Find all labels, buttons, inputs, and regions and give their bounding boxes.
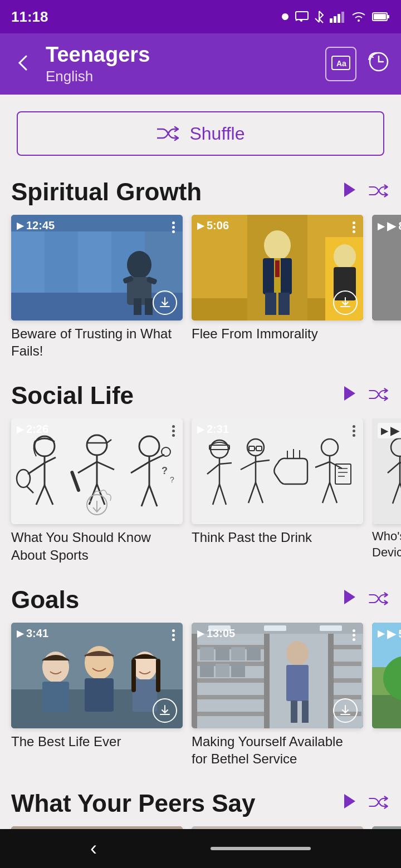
svg-rect-112 [42,682,69,712]
svg-text:?: ? [170,475,174,484]
more-button-social-1[interactable] [170,423,177,439]
screen-cast-icon [295,11,309,22]
more-button-social-2[interactable] [350,423,358,439]
bluetooth-icon [314,10,324,23]
download-spiritual-2[interactable] [333,290,358,315]
svg-text:?: ? [162,465,168,476]
download-goals-1[interactable] [153,698,177,723]
more-button-spiritual-2[interactable] [350,219,358,235]
svg-rect-133 [231,647,245,660]
svg-marker-108 [344,590,355,604]
play-section-spiritual[interactable] [340,180,359,204]
section-header-goals: Goals [0,586,401,623]
section-title-goals: Goals [11,586,79,614]
svg-text:Aa: Aa [336,59,346,68]
play-section-goals[interactable] [340,588,359,611]
back-button[interactable] [11,49,35,80]
svg-rect-34 [275,260,280,277]
shuffle-section-spiritual[interactable] [368,180,390,204]
svg-rect-136 [216,664,229,677]
svg-point-0 [282,13,288,20]
thumbnail-goals-2: 13:05 [192,623,363,728]
thumbnail-spiritual-2: 5:06 [192,215,363,320]
thumbnail-social-2: 2:31 [192,418,363,524]
svg-rect-140 [291,701,297,723]
play-section-social[interactable] [340,384,359,408]
label-goals-1: The Best Life Ever [11,733,183,750]
svg-rect-1 [296,12,308,19]
dot-icon-1 [281,12,290,21]
svg-point-38 [334,244,356,269]
video-card-social-2[interactable]: 2:31 Think Past the Drink [192,418,363,563]
svg-rect-131 [200,647,214,660]
more-button-spiritual-1[interactable] [170,219,177,235]
history-button[interactable] [368,51,390,78]
cards-row-spiritual: 12:45 Beware of Trusting in What Fails! [0,215,401,359]
svg-rect-143 [334,645,361,649]
video-card-social-1[interactable]: ? ? 2:26 What You Should [11,418,183,563]
more-button-goals-1[interactable] [170,627,177,643]
svg-rect-149 [372,695,401,728]
section-goals: Goals [0,586,401,767]
shuffle-label: Shuffle [189,124,244,144]
duration-goals-3: ▶ 5:-- [378,627,401,640]
section-title-spiritual: Spiritual Growth [11,178,202,206]
cards-row-goals: 3:41 The Best Life Ever [0,623,401,767]
section-actions-goals [340,588,390,611]
video-card-goals-3[interactable]: ▶ 5:-- [372,623,401,767]
thumbnail-spiritual-3: ▶ 8:-- [372,215,401,320]
duration-spiritual-3: ▶ 8:-- [378,219,401,233]
svg-rect-139 [286,665,309,701]
thumbnail-social-3: ▶ 2:-- [372,418,401,524]
svg-rect-17 [11,231,45,293]
video-card-spiritual-1[interactable]: 12:45 Beware of Trusting in What Fails! [11,215,183,359]
video-card-social-3[interactable]: ▶ 2:-- Who's Device [372,418,401,563]
video-card-spiritual-3[interactable]: ▶ 8:-- [372,215,401,359]
svg-rect-142 [328,634,334,728]
nav-bar: Teenagers English Aa [0,33,401,95]
play-section-peers[interactable] [340,792,359,816]
download-spiritual-1[interactable] [153,290,177,315]
home-indicator[interactable] [211,847,311,850]
svg-rect-35 [265,293,276,315]
label-social-3: Who's Device [372,529,401,560]
video-card-spiritual-2[interactable]: 5:06 Flee From Immorality [192,215,363,359]
svg-rect-123 [320,625,342,631]
thumbnail-social-1: ? ? 2:26 [11,418,183,524]
shuffle-section-social[interactable] [368,384,390,407]
translate-button[interactable]: Aa [325,47,356,81]
video-card-goals-2[interactable]: 13:05 Making Yourself Available for Beth… [192,623,363,767]
duration-spiritual-1: 12:45 [17,219,55,232]
shuffle-section-peers[interactable] [368,792,390,815]
section-header-social: Social Life [0,382,401,418]
shuffle-section-goals[interactable] [368,588,390,611]
svg-rect-5 [338,14,340,23]
duration-spiritual-2: 5:06 [197,219,229,232]
shuffle-icon [156,125,180,142]
section-social-life: Social Life [0,382,401,563]
page-title: Teenagers [46,43,314,67]
back-nav-button[interactable]: ‹ [90,837,97,860]
page-subtitle: English [46,68,314,85]
main-content: Shuffle Spiritual Growth [0,95,401,868]
status-icons [281,10,390,23]
shuffle-section: Shuffle [0,111,401,156]
svg-rect-144 [334,662,361,666]
svg-rect-128 [197,695,264,699]
more-button-goals-2[interactable] [350,627,358,643]
section-spiritual-growth: Spiritual Growth [0,178,401,359]
duration-social-1: 2:26 [17,423,48,436]
download-goals-2[interactable] [333,698,358,723]
section-actions-peers [340,792,390,816]
svg-rect-3 [330,18,332,23]
shuffle-button[interactable]: Shuffle [17,111,384,156]
svg-rect-129 [197,712,264,716]
video-card-goals-1[interactable]: 3:41 The Best Life Ever [11,623,183,767]
svg-rect-36 [278,293,290,315]
duration-social-3: ▶ 2:-- [378,423,401,438]
svg-rect-135 [200,664,214,677]
svg-rect-8 [387,15,389,18]
thumbnail-goals-1: 3:41 [11,623,183,728]
duration-social-2: 2:31 [197,423,229,436]
wifi-icon [351,11,366,23]
